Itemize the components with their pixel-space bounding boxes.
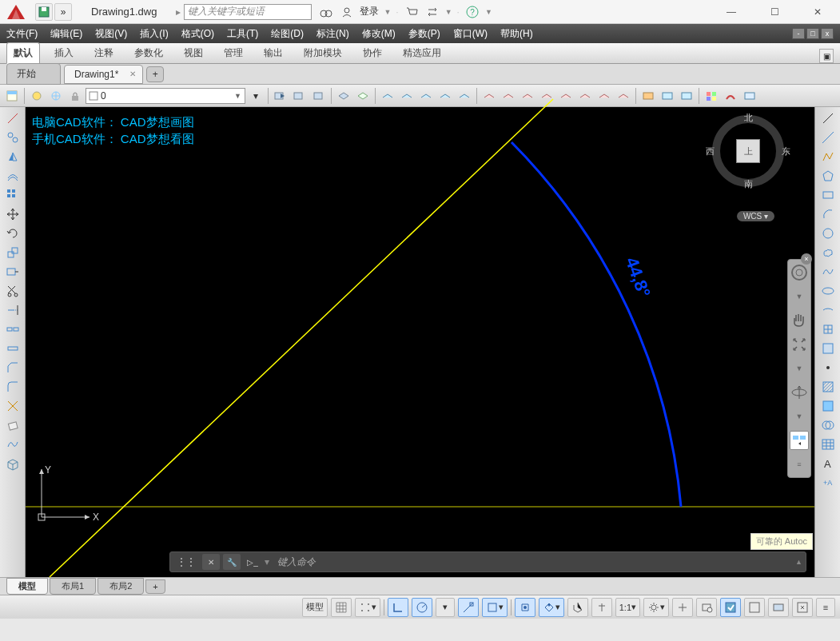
menu-draw[interactable]: 绘图(D) <box>271 27 304 41</box>
layer-off-icon[interactable] <box>28 87 46 105</box>
tool-a1-icon[interactable] <box>379 87 396 105</box>
hardware-accel-icon[interactable] <box>768 598 789 617</box>
drawing-canvas[interactable]: 电脑CAD软件： CAD梦想画图 手机CAD软件： CAD梦想看图 44,8° … <box>26 107 814 577</box>
viewcube-top-face[interactable]: 上 <box>736 139 760 163</box>
extend-tool-icon[interactable] <box>3 302 22 318</box>
isodraft-toggle-icon[interactable]: ▾ <box>436 598 455 617</box>
doc-tab-drawing1[interactable]: Drawing1*✕ <box>64 65 143 84</box>
viewcube-west[interactable]: 西 <box>706 145 715 157</box>
draw-revcloud-icon[interactable] <box>818 245 838 261</box>
add-layout-button[interactable]: + <box>145 579 165 594</box>
ribbon-tab-annotate[interactable]: 注释 <box>88 43 120 63</box>
doc-restore-button[interactable]: □ <box>806 28 819 39</box>
layer-previous-icon[interactable] <box>272 87 289 105</box>
annotation-monitor-icon[interactable] <box>720 598 741 617</box>
ribbon-tab-parametric[interactable]: 参数化 <box>128 43 169 63</box>
isolate-objects-icon[interactable] <box>744 598 765 617</box>
pan-icon[interactable] <box>790 311 809 330</box>
rotate-tool-icon[interactable] <box>3 225 22 241</box>
ribbon-tab-addins[interactable]: 附加模块 <box>297 43 348 63</box>
box-tool-icon[interactable] <box>3 456 22 472</box>
user-icon[interactable] <box>339 4 355 20</box>
tool-b6-icon[interactable] <box>576 87 594 105</box>
navbar-more-icon[interactable]: ≡ <box>790 455 809 474</box>
ribbon-expand-button[interactable]: ▣ <box>819 49 834 63</box>
draw-region-icon[interactable] <box>818 417 838 433</box>
showmotion-icon[interactable] <box>790 431 809 450</box>
lineweight-toggle-icon[interactable] <box>515 598 535 617</box>
annotation-scale-icon[interactable] <box>672 598 693 617</box>
menu-parametric[interactable]: 参数(P) <box>408 27 440 41</box>
tool-d3-icon[interactable] <box>741 87 758 105</box>
menu-edit[interactable]: 编辑(E) <box>50 27 82 41</box>
ribbon-tab-insert[interactable]: 插入 <box>48 43 80 63</box>
tool-b4-icon[interactable] <box>538 87 555 105</box>
menu-help[interactable]: 帮助(H) <box>500 27 533 41</box>
offset-tool-icon[interactable] <box>3 168 22 184</box>
tab-layout2[interactable]: 布局2 <box>98 578 144 595</box>
snap-toggle-icon[interactable]: ▾ <box>355 598 380 617</box>
menu-view[interactable]: 视图(V) <box>95 27 127 41</box>
status-scale[interactable]: 1:1 ▾ <box>615 598 640 617</box>
exchange-icon[interactable] <box>424 4 440 20</box>
polar-toggle-icon[interactable] <box>412 598 432 617</box>
ribbon-tab-featured[interactable]: 精选应用 <box>396 43 448 63</box>
ribbon-tab-view[interactable]: 视图 <box>177 43 209 63</box>
tool-c3-icon[interactable] <box>678 87 695 105</box>
cmdline-history-icon[interactable]: ▲ <box>795 558 802 566</box>
doc-close-button[interactable]: x <box>821 28 834 39</box>
menu-tools[interactable]: 工具(T) <box>227 27 258 41</box>
login-dropdown-icon[interactable]: ▼ <box>384 8 391 16</box>
draw-point-icon[interactable] <box>818 360 838 376</box>
draw-mtext-icon[interactable]: A <box>818 456 838 472</box>
login-label[interactable]: 登录 <box>360 5 379 18</box>
tool-a4-icon[interactable] <box>436 87 454 105</box>
selection-cycling-icon[interactable] <box>567 598 588 617</box>
draw-ellipsearc-icon[interactable] <box>818 302 838 318</box>
wcs-badge[interactable]: WCS ▾ <box>737 211 774 221</box>
spline-tool-icon[interactable] <box>3 436 22 452</box>
customize-status-icon[interactable]: ≡ <box>816 598 835 617</box>
line-tool-icon[interactable] <box>3 110 22 126</box>
status-model-button[interactable]: 模型 <box>302 598 328 617</box>
gear-icon[interactable]: ▾ <box>643 598 669 617</box>
explode-tool-icon[interactable] <box>3 398 22 414</box>
layer-state-icon[interactable] <box>291 87 309 105</box>
layer-lock-icon[interactable] <box>66 87 84 105</box>
cmdline-close-icon[interactable]: ✕ <box>202 554 220 570</box>
draw-line-icon[interactable] <box>818 110 838 126</box>
draw-hatch-icon[interactable] <box>818 379 838 395</box>
osnap-toggle-icon[interactable] <box>458 598 479 617</box>
break-tool-icon[interactable] <box>3 321 22 337</box>
viewcube-north[interactable]: 北 <box>744 112 753 124</box>
cmdline-grip-icon[interactable]: ⋮⋮ <box>173 556 199 567</box>
new-tab-button[interactable]: + <box>146 66 164 82</box>
draw-polyline-icon[interactable] <box>818 149 838 165</box>
tool-b1-icon[interactable] <box>480 87 498 105</box>
chamfer-tool-icon[interactable] <box>3 360 22 376</box>
ortho-toggle-icon[interactable] <box>388 598 408 617</box>
minimize-button[interactable]: — <box>715 2 747 22</box>
tool-b5-icon[interactable] <box>557 87 575 105</box>
search-input[interactable]: 键入关键字或短语 <box>184 4 312 20</box>
draw-table-icon[interactable] <box>818 436 838 452</box>
doc-tab-start[interactable]: 开始 <box>6 63 61 85</box>
draw-ellipse-icon[interactable] <box>818 283 838 299</box>
layer-properties-icon[interactable] <box>3 87 21 105</box>
doc-minimize-button[interactable]: - <box>792 28 805 39</box>
ribbon-tab-output[interactable]: 输出 <box>257 43 289 63</box>
zoom-dropdown-icon[interactable]: ▼ <box>790 359 809 378</box>
array-tool-icon[interactable] <box>3 187 22 203</box>
menu-window[interactable]: 窗口(W) <box>453 27 488 41</box>
close-icon[interactable]: ✕ <box>129 70 136 78</box>
binoculars-icon[interactable] <box>318 4 334 20</box>
zoom-extents-icon[interactable] <box>790 335 809 354</box>
draw-rectangle-icon[interactable] <box>818 187 838 203</box>
draw-block-icon[interactable] <box>818 340 838 356</box>
tool-d2-icon[interactable] <box>722 87 739 105</box>
close-button[interactable]: ✕ <box>802 2 834 22</box>
erase-tool-icon[interactable] <box>3 417 22 433</box>
ribbon-tab-collaborate[interactable]: 协作 <box>356 43 388 63</box>
menu-insert[interactable]: 插入(I) <box>140 27 168 41</box>
command-line[interactable]: ⋮⋮ ✕ 🔧 ▷_ ▾ 键入命令 ▲ <box>169 551 806 572</box>
